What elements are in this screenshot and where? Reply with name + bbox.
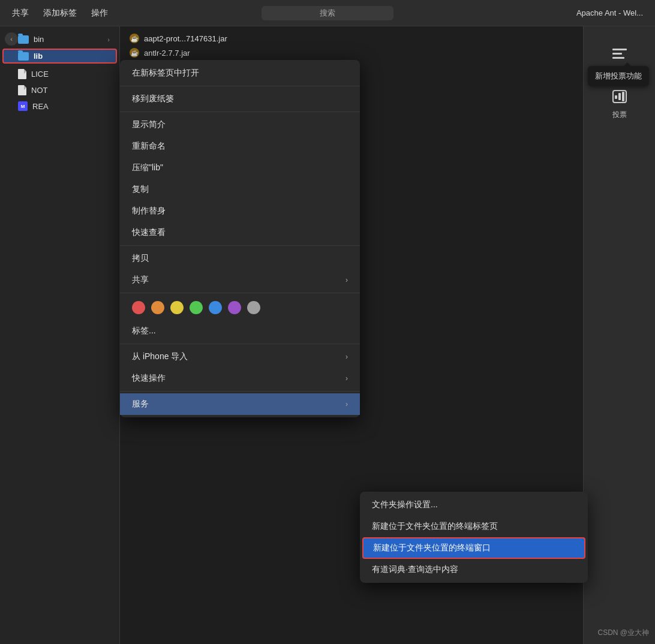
menu-label-services: 服务: [132, 399, 149, 410]
add-tag-btn[interactable]: 添加标签: [43, 8, 77, 19]
watermark: CSDN @业大神: [597, 628, 649, 638]
file-icon-notice: [18, 85, 26, 95]
file-row-aapt2[interactable]: ☕ aapt2-prot...7147631.jar: [120, 31, 583, 46]
submenu-label-youdao: 有道词典·查询选中内容: [372, 564, 458, 574]
right-panel: 目录 投票: [583, 26, 655, 644]
menu-open-new-tab[interactable]: 在新标签页中打开: [120, 62, 360, 84]
submenu-folder-settings[interactable]: 文件夹操作设置...: [360, 494, 588, 516]
submenu-new-terminal-tab[interactable]: 新建位于文件夹位置的终端标签页: [360, 516, 588, 537]
context-menu: 在新标签页中打开 移到废纸篓 显示简介 重新命名 压缩"lib" 复制 制作替身…: [120, 60, 360, 417]
sidebar-label-bin: bin: [34, 35, 44, 44]
sidebar-item-notice[interactable]: NOT: [0, 82, 119, 98]
color-purple[interactable]: [228, 301, 241, 314]
svg-rect-5: [618, 93, 621, 100]
svg-rect-6: [622, 92, 624, 101]
folder-icon-bin: [18, 35, 29, 44]
window-title: Apache Ant - Wel...: [576, 8, 643, 17]
collapse-button[interactable]: ‹: [5, 32, 18, 46]
file-icon-license: [18, 69, 26, 79]
menu-alias[interactable]: 制作替身: [120, 200, 360, 222]
services-arrow-icon: ›: [345, 400, 348, 408]
separator-1: [120, 86, 360, 86]
color-green[interactable]: [190, 301, 203, 314]
menu-label-quick-actions: 快速操作: [132, 373, 166, 384]
chevron-right-icon: ›: [107, 36, 110, 43]
sidebar-item-bin[interactable]: bin ›: [0, 32, 119, 46]
menu-label-tags: 标签...: [132, 326, 156, 336]
separator-2: [120, 112, 360, 112]
quick-actions-arrow-icon: ›: [345, 374, 348, 383]
file-name-antlr: antlr-2.7.7.jar: [144, 49, 190, 58]
toolbar: 共享 添加标签 操作 搜索 Apache Ant - Wel...: [0, 0, 655, 26]
iphone-import-arrow-icon: ›: [345, 353, 348, 361]
watermark-text: CSDN @业大神: [597, 628, 649, 637]
menu-label-alias: 制作替身: [132, 206, 166, 216]
color-tags-row: [120, 295, 360, 320]
separator-3: [120, 245, 360, 246]
share-toolbar-btn[interactable]: 共享: [12, 8, 29, 19]
search-bar[interactable]: 搜索: [262, 6, 393, 20]
menu-duplicate[interactable]: 复制: [120, 179, 360, 200]
separator-5: [120, 344, 360, 344]
action-btn[interactable]: 操作: [91, 8, 108, 19]
menu-label-duplicate: 复制: [132, 184, 149, 195]
color-red[interactable]: [132, 301, 145, 314]
color-gray[interactable]: [247, 301, 260, 314]
menu-get-info[interactable]: 显示简介: [120, 114, 360, 136]
menu-iphone-import[interactable]: 从 iPhone 导入 ›: [120, 346, 360, 368]
menu-label-iphone-import: 从 iPhone 导入: [132, 351, 188, 362]
color-orange[interactable]: [151, 301, 164, 314]
svg-rect-1: [612, 53, 622, 55]
vote-icon: [610, 88, 629, 107]
separator-4: [120, 293, 360, 293]
share-arrow-icon: ›: [345, 276, 348, 284]
submenu-label-new-terminal-tab: 新建位于文件夹位置的终端标签页: [372, 521, 498, 531]
folder-icon-lib: [18, 52, 29, 61]
menu-label-open-new-tab: 在新标签页中打开: [132, 68, 199, 79]
menu-label-compress: 压缩"lib": [132, 162, 163, 173]
toc-icon: [610, 44, 629, 64]
search-label: 搜索: [320, 8, 335, 19]
menu-label-get-info: 显示简介: [132, 119, 166, 130]
jar-icon-aapt2: ☕: [130, 34, 139, 43]
color-blue[interactable]: [209, 301, 222, 314]
collapse-icon: ‹: [10, 35, 13, 43]
sidebar-label-license: LICE: [31, 70, 49, 79]
menu-label-rename: 重新命名: [132, 141, 166, 152]
menu-tags[interactable]: 标签...: [120, 320, 360, 342]
svg-rect-0: [612, 49, 627, 50]
file-row-antlr[interactable]: ☕ antlr-2.7.7.jar: [120, 46, 583, 60]
tooltip-text: 新增投票功能: [595, 71, 642, 80]
menu-share[interactable]: 共享 ›: [120, 269, 360, 291]
vote-label: 投票: [612, 110, 627, 120]
svg-rect-2: [612, 57, 624, 59]
submenu-new-terminal-window[interactable]: 新建位于文件夹位置的终端窗口: [362, 537, 585, 559]
vote-button[interactable]: 投票: [610, 88, 629, 120]
menu-label-share: 共享: [132, 275, 149, 285]
submenu-youdao[interactable]: 有道词典·查询选中内容: [360, 559, 588, 580]
sidebar-item-lib[interactable]: lib: [2, 49, 117, 64]
menu-services[interactable]: 服务 ›: [120, 393, 360, 415]
submenu-label-new-terminal-window: 新建位于文件夹位置的终端窗口: [373, 543, 491, 552]
menu-copy[interactable]: 拷贝: [120, 248, 360, 269]
sidebar-item-license[interactable]: LICE: [0, 66, 119, 82]
menu-compress[interactable]: 压缩"lib": [120, 157, 360, 179]
menu-label-move-trash: 移到废纸篓: [132, 94, 174, 104]
svg-rect-4: [615, 95, 617, 99]
separator-6: [120, 391, 360, 392]
sidebar-item-readme[interactable]: M REA: [0, 98, 119, 114]
file-name-aapt2: aapt2-prot...7147631.jar: [144, 34, 227, 43]
services-submenu: 文件夹操作设置... 新建位于文件夹位置的终端标签页 新建位于文件夹位置的终端窗…: [360, 492, 588, 583]
sidebar-label-readme: REA: [32, 102, 49, 111]
menu-rename[interactable]: 重新命名: [120, 136, 360, 157]
menu-move-trash[interactable]: 移到废纸篓: [120, 88, 360, 110]
vote-tooltip: 新增投票功能: [588, 66, 649, 86]
sidebar-label-notice: NOT: [31, 86, 47, 95]
sidebar-label-lib: lib: [34, 52, 43, 61]
color-yellow[interactable]: [170, 301, 184, 314]
submenu-label-folder-settings: 文件夹操作设置...: [372, 499, 438, 509]
menu-label-copy: 拷贝: [132, 253, 149, 264]
menu-quick-actions[interactable]: 快速操作 ›: [120, 368, 360, 389]
menu-quicklook[interactable]: 快速查看: [120, 222, 360, 243]
sidebar: ‹ bin › lib LICE NOT M REA: [0, 26, 120, 644]
